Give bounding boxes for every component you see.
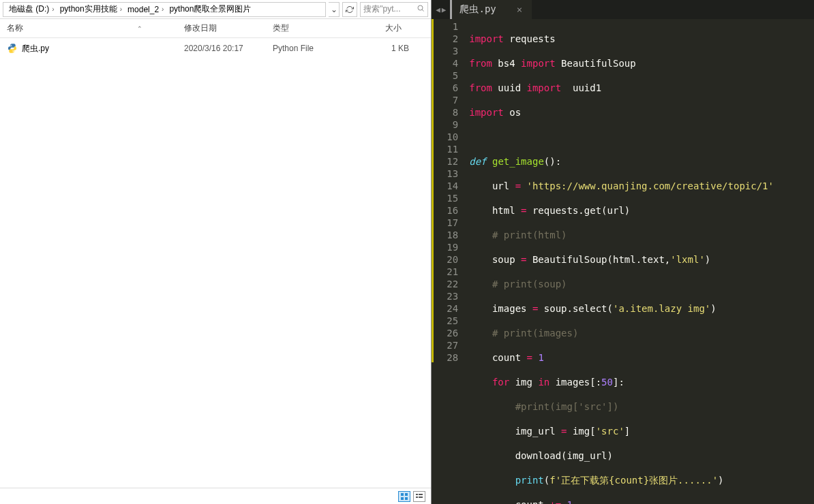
breadcrumb-item[interactable]: model_2› xyxy=(125,5,166,14)
code-content[interactable]: import requests from bs4 import Beautifu… xyxy=(464,19,814,504)
column-size[interactable]: 大小 xyxy=(348,22,416,34)
tab-nav-arrows[interactable]: ◀ ▶ xyxy=(432,0,450,19)
file-size: 1 KB xyxy=(348,44,416,53)
file-row[interactable]: 爬虫.py 2020/3/16 20:17 Python File 1 KB xyxy=(0,41,431,56)
python-file-icon xyxy=(7,43,18,54)
view-details-button[interactable] xyxy=(398,491,410,502)
chevron-right-icon: › xyxy=(120,5,122,13)
file-name: 爬虫.py xyxy=(22,43,49,54)
code-editor-panel: ◀ ▶ 爬虫.py × 1234567891011121314151617181… xyxy=(432,0,814,504)
address-dropdown-button[interactable]: ⌄ xyxy=(329,2,340,17)
chevron-right-icon: › xyxy=(52,5,54,13)
column-headers: 名称⌃ 修改日期 类型 大小 xyxy=(0,19,431,38)
svg-rect-7 xyxy=(419,494,423,495)
file-type: Python File xyxy=(266,44,348,53)
column-date[interactable]: 修改日期 xyxy=(177,22,266,34)
svg-rect-6 xyxy=(416,494,418,495)
svg-line-1 xyxy=(423,10,424,11)
breadcrumb-item[interactable]: python实用技能› xyxy=(57,3,125,15)
editor-tab[interactable]: 爬虫.py × xyxy=(450,0,532,19)
nav-left-icon[interactable]: ◀ xyxy=(436,5,440,14)
file-explorer-panel: 地磁盘 (D:)› python实用技能› model_2› python爬取全… xyxy=(0,0,432,504)
nav-right-icon[interactable]: ▶ xyxy=(442,5,447,14)
search-icon xyxy=(417,4,425,14)
breadcrumb-item[interactable]: python爬取全景网图片 xyxy=(166,3,254,15)
refresh-button[interactable] xyxy=(342,2,357,17)
search-input[interactable]: 搜索"pyt... xyxy=(360,2,428,17)
svg-rect-3 xyxy=(405,493,408,496)
file-list[interactable]: 爬虫.py 2020/3/16 20:17 Python File 1 KB xyxy=(0,38,431,488)
sort-ascending-icon: ⌃ xyxy=(137,25,142,32)
view-icons-button[interactable] xyxy=(413,491,425,502)
column-name[interactable]: 名称⌃ xyxy=(0,22,177,34)
breadcrumb[interactable]: 地磁盘 (D:)› python实用技能› model_2› python爬取全… xyxy=(3,2,326,17)
line-number-gutter: 1234567891011121314151617181920212223242… xyxy=(434,19,464,504)
address-bar: 地磁盘 (D:)› python实用技能› model_2› python爬取全… xyxy=(0,0,431,19)
code-area[interactable]: 1234567891011121314151617181920212223242… xyxy=(432,19,814,504)
breadcrumb-item[interactable]: 地磁盘 (D:)› xyxy=(6,3,57,15)
close-icon[interactable]: × xyxy=(517,4,522,15)
svg-rect-4 xyxy=(401,497,404,500)
file-date: 2020/3/16 20:17 xyxy=(177,44,266,53)
column-type[interactable]: 类型 xyxy=(266,22,348,34)
svg-rect-2 xyxy=(401,493,404,496)
tab-title: 爬虫.py xyxy=(459,3,496,16)
tab-bar: ◀ ▶ 爬虫.py × xyxy=(432,0,814,19)
svg-rect-9 xyxy=(419,497,423,498)
chevron-right-icon: › xyxy=(162,5,164,13)
dirty-indicator xyxy=(450,0,452,19)
status-bar xyxy=(0,488,431,504)
svg-point-0 xyxy=(418,5,423,10)
svg-rect-5 xyxy=(405,497,408,500)
svg-rect-8 xyxy=(416,497,418,498)
